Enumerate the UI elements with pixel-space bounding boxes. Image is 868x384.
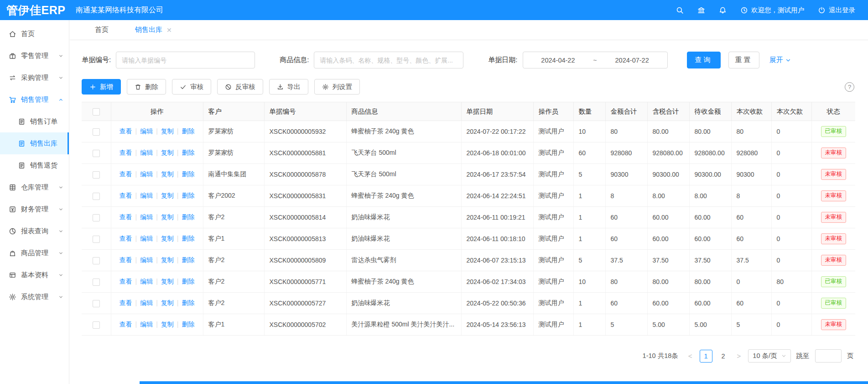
row-action-copy[interactable]: 复制 [161,278,174,285]
row-receivable: 8.00 [689,185,731,207]
row-action-edit[interactable]: 编辑 [140,149,153,156]
add-button[interactable]: 新增 [82,79,121,95]
row-action-view[interactable]: 查看 [120,149,132,156]
expand-link[interactable]: 展开 [769,56,791,64]
row-action-copy[interactable]: 复制 [161,170,174,178]
row-checkbox[interactable] [93,150,100,157]
prev-page-icon[interactable]: < [686,352,694,360]
bank-icon[interactable] [697,6,705,14]
sidebar-item-5[interactable]: 销售出库 [0,132,69,154]
row-action-view[interactable]: 查看 [120,170,132,178]
row-action-view[interactable]: 查看 [120,256,132,263]
row-amount: 928080 [605,142,647,164]
sidebar-item-10[interactable]: 商品管理 [0,242,69,264]
action-separator: | [135,278,137,285]
row-action-edit[interactable]: 编辑 [140,192,153,199]
page-size-select[interactable]: 10 条/页 [748,349,790,363]
row-action-copy[interactable]: 复制 [161,213,174,221]
row-action-copy[interactable]: 复制 [161,192,174,199]
sidebar-item-0[interactable]: 首页 [0,23,69,45]
row-action-delete[interactable]: 删除 [182,321,194,328]
close-icon[interactable]: ✕ [166,27,172,33]
delete-button[interactable]: 删除 [127,79,166,95]
row-action-view[interactable]: 查看 [120,299,132,306]
doc-no-input[interactable] [116,52,255,68]
bell-icon[interactable] [719,6,727,14]
next-page-icon[interactable]: > [735,352,743,360]
row-action-view[interactable]: 查看 [120,127,132,135]
audit-button[interactable]: 审核 [172,79,211,95]
row-checkbox[interactable] [93,300,100,307]
row-checkbox[interactable] [93,214,100,221]
row-action-delete[interactable]: 删除 [182,170,194,178]
search-button[interactable]: 查询 [687,52,721,68]
row-action-delete[interactable]: 删除 [182,256,194,263]
row-action-delete[interactable]: 删除 [182,213,194,221]
tab-label: 销售出库 [135,26,162,34]
clock-icon [740,6,748,14]
row-action-view[interactable]: 查看 [120,192,132,199]
select-all-checkbox[interactable] [93,108,100,116]
sidebar-item-1[interactable]: 零售管理 [0,45,69,67]
reset-button[interactable]: 重置 [728,52,759,68]
row-action-copy[interactable]: 复制 [161,256,174,263]
row-action-delete[interactable]: 删除 [182,127,194,135]
row-checkbox[interactable] [93,279,100,286]
page-button-2[interactable]: 2 [717,350,730,363]
row-action-copy[interactable]: 复制 [161,321,174,328]
page-size-value: 10 条/页 [753,352,777,360]
row-action-delete[interactable]: 删除 [182,192,194,199]
product-info-input[interactable] [314,52,463,68]
page-button-1[interactable]: 1 [700,350,712,363]
row-action-copy[interactable]: 复制 [161,149,174,156]
row-action-view[interactable]: 查看 [120,213,132,221]
row-action-edit[interactable]: 编辑 [140,213,153,221]
welcome-user[interactable]: 欢迎您，测试用户 [740,6,804,15]
row-action-copy[interactable]: 复制 [161,235,174,242]
row-product: 雷达杀虫气雾剂 [346,250,461,271]
date-range-picker[interactable]: 2024-04-22 ~ 2024-07-22 [523,52,668,68]
tab-home[interactable]: 首页 [95,26,109,34]
row-action-delete[interactable]: 删除 [182,278,194,285]
question-circle-icon[interactable]: ? [845,82,854,92]
row-action-delete[interactable]: 删除 [182,235,194,242]
row-action-copy[interactable]: 复制 [161,299,174,306]
row-checkbox[interactable] [93,321,100,329]
row-action-copy[interactable]: 复制 [161,127,174,135]
sidebar-item-2[interactable]: 采购管理 [0,67,69,89]
sidebar-item-9[interactable]: 报表查询 [0,220,69,242]
tab-sales-outbound[interactable]: 销售出库 ✕ [135,26,172,34]
sidebar-item-6[interactable]: 销售退货 [0,154,69,176]
row-checkbox[interactable] [93,128,100,136]
row-action-edit[interactable]: 编辑 [140,127,153,135]
row-checkbox[interactable] [93,171,100,179]
logout-button[interactable]: 退出登录 [818,6,855,15]
row-action-view[interactable]: 查看 [120,235,132,242]
search-icon[interactable] [676,6,684,14]
sidebar-item-7[interactable]: 仓库管理 [0,176,69,198]
row-checkbox[interactable] [93,236,100,243]
jump-page-input[interactable] [815,349,842,363]
sidebar-item-11[interactable]: 基本资料 [0,264,69,286]
sidebar-item-4[interactable]: 销售订单 [0,110,69,132]
row-action-delete[interactable]: 删除 [182,149,194,156]
row-action-delete[interactable]: 删除 [182,299,194,306]
row-checkbox[interactable] [93,257,100,264]
row-action-edit[interactable]: 编辑 [140,235,153,242]
export-button[interactable]: 导出 [269,79,308,95]
row-action-view[interactable]: 查看 [120,321,132,328]
row-action-edit[interactable]: 编辑 [140,256,153,263]
row-checkbox[interactable] [93,193,100,200]
column-settings-button[interactable]: 列设置 [314,79,360,95]
row-action-edit[interactable]: 编辑 [140,278,153,285]
row-action-edit[interactable]: 编辑 [140,321,153,328]
row-action-edit[interactable]: 编辑 [140,299,153,306]
row-action-view[interactable]: 查看 [120,278,132,285]
unaudit-button[interactable]: 反审核 [217,79,263,95]
row-owed: 0 [771,164,811,185]
sidebar-item-3[interactable]: 销售管理 [0,89,69,110]
sidebar-item-12[interactable]: 系统管理 [0,286,69,308]
row-action-edit[interactable]: 编辑 [140,170,153,178]
sidebar-item-8[interactable]: 财务管理 [0,198,69,220]
chevron-down-icon [58,273,63,278]
